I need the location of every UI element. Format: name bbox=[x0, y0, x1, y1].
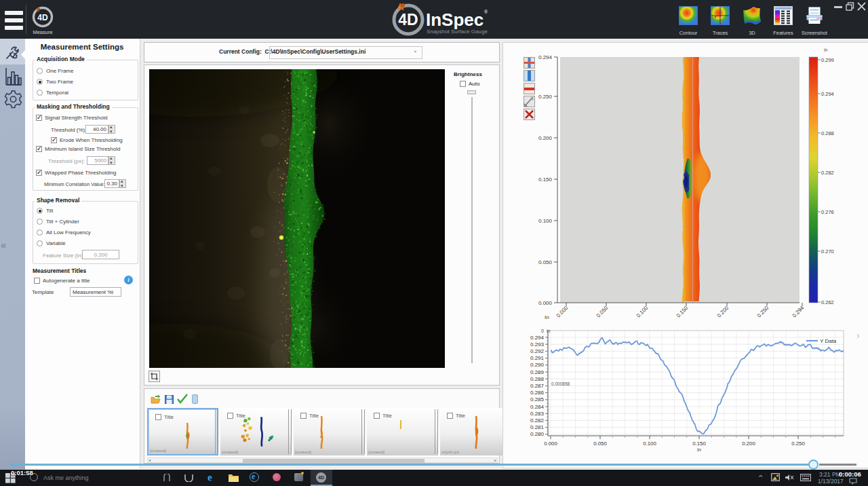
svg-text:InSpec: InSpec bbox=[426, 10, 484, 30]
svg-text:®: ® bbox=[484, 10, 488, 14]
svg-text:0.250: 0.250 bbox=[538, 94, 553, 100]
svg-text:in: in bbox=[697, 447, 701, 453]
svg-text:0.285: 0.285 bbox=[530, 396, 545, 403]
svg-text:0.283: 0.283 bbox=[530, 411, 545, 417]
svg-text:4D: 4D bbox=[398, 11, 418, 29]
svg-text:0.276: 0.276 bbox=[821, 209, 834, 215]
svg-text:0.282: 0.282 bbox=[821, 170, 834, 176]
svg-text:0.294: 0.294 bbox=[821, 91, 834, 97]
svg-text:0.200: 0.200 bbox=[742, 441, 755, 447]
svg-text:0.000: 0.000 bbox=[555, 305, 570, 319]
svg-text:0.000: 0.000 bbox=[544, 441, 557, 447]
svg-text:0.287: 0.287 bbox=[530, 383, 545, 389]
svg-text:0.293: 0.293 bbox=[530, 341, 545, 348]
svg-text:0.299: 0.299 bbox=[821, 57, 834, 63]
svg-text:0.291: 0.291 bbox=[530, 355, 545, 361]
svg-text:0.284: 0.284 bbox=[530, 404, 545, 410]
svg-text:0.294: 0.294 bbox=[538, 54, 553, 60]
svg-text:0.280: 0.280 bbox=[530, 431, 545, 437]
svg-text:0.100: 0.100 bbox=[538, 218, 553, 224]
svg-text:in: in bbox=[547, 329, 551, 333]
svg-text:0.050: 0.050 bbox=[538, 259, 553, 265]
svg-text:0.294: 0.294 bbox=[791, 305, 806, 319]
svg-text:0.289: 0.289 bbox=[530, 369, 545, 375]
svg-text:0.250: 0.250 bbox=[756, 305, 770, 319]
svg-text:0.288: 0.288 bbox=[530, 376, 545, 382]
svg-text:0.286: 0.286 bbox=[530, 390, 545, 396]
svg-text:in: in bbox=[824, 48, 828, 52]
svg-text:0.281: 0.281 bbox=[530, 424, 545, 430]
svg-text:Y Data: Y Data bbox=[820, 338, 837, 344]
svg-text:0.150: 0.150 bbox=[538, 176, 553, 183]
svg-text:0.282: 0.282 bbox=[530, 417, 545, 424]
svg-text:0.270: 0.270 bbox=[821, 248, 834, 255]
svg-text:0: 0 bbox=[541, 329, 544, 333]
svg-text:4D: 4D bbox=[37, 13, 48, 22]
svg-text:In: In bbox=[545, 314, 549, 320]
svg-text:0.150: 0.150 bbox=[692, 441, 706, 447]
svg-text:0.100: 0.100 bbox=[635, 305, 650, 319]
svg-text:0.200: 0.200 bbox=[716, 305, 730, 319]
svg-text:0.262: 0.262 bbox=[821, 299, 834, 305]
svg-text:0.050: 0.050 bbox=[595, 305, 610, 319]
svg-text:0.050: 0.050 bbox=[593, 441, 607, 447]
svg-text:Snapshot Surface Gauge: Snapshot Surface Gauge bbox=[427, 29, 488, 35]
svg-text:0.288: 0.288 bbox=[821, 130, 834, 136]
svg-text:0.000858: 0.000858 bbox=[551, 381, 570, 386]
svg-text:0.200: 0.200 bbox=[538, 135, 553, 141]
svg-text:0.290: 0.290 bbox=[530, 362, 545, 368]
svg-text:0.000: 0.000 bbox=[538, 300, 553, 306]
svg-text:0.294: 0.294 bbox=[530, 335, 545, 341]
svg-text:0.250: 0.250 bbox=[791, 441, 805, 447]
svg-text:0.100: 0.100 bbox=[643, 441, 656, 447]
svg-text:0.292: 0.292 bbox=[530, 348, 545, 354]
svg-text:0.150: 0.150 bbox=[675, 305, 690, 319]
